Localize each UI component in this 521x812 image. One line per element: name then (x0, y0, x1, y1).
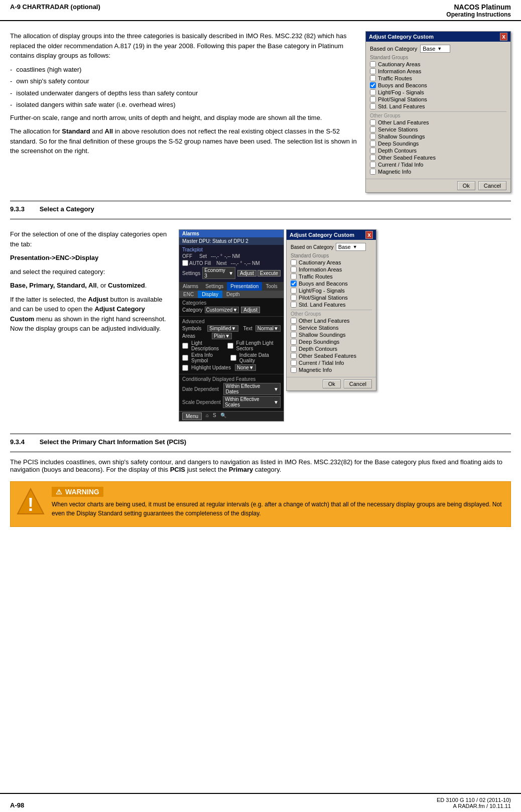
alarms-titlebar: Alarms (179, 230, 284, 237)
indicate-checkbox[interactable] (230, 355, 236, 361)
symbols-dropdown[interactable]: Simplified▼ (207, 325, 238, 332)
footer-right: ED 3100 G 110 / 02 (2011-10) A RADAR.fm … (437, 797, 511, 809)
item-checkbox[interactable] (291, 295, 297, 301)
dialog1-cancel-btn[interactable]: Cancel (478, 181, 506, 190)
menu-btn[interactable]: Menu (182, 413, 202, 420)
item-checkbox[interactable] (291, 325, 297, 331)
item-checkbox[interactable] (291, 346, 297, 352)
item-checkbox[interactable] (291, 266, 297, 273)
dialog1-other-groups-label: Other Groups (370, 111, 506, 118)
alarms-off-row: OFF Set ---,- ° -,-- NM (182, 253, 281, 259)
item-checkbox[interactable] (291, 259, 297, 265)
enc-tab-enc[interactable]: ENC (179, 291, 198, 298)
page-footer: A-98 ED 3100 G 110 / 02 (2011-10) A RADA… (0, 793, 521, 812)
dialog1-ok-btn[interactable]: Ok (457, 181, 475, 190)
checkbox-row: Service Stations (370, 126, 506, 132)
dialog2-cancel-btn[interactable]: Cancel (344, 379, 372, 388)
item-checkbox[interactable] (291, 360, 297, 366)
item-checkbox[interactable] (370, 89, 376, 95)
item-checkbox[interactable] (291, 332, 297, 338)
item-checkbox[interactable] (291, 318, 297, 324)
dialog2-based-on-dropdown[interactable]: Base ▼ (336, 243, 366, 251)
dialog2-ok-btn[interactable]: Ok (323, 379, 341, 388)
item-label: Cautionary Areas (378, 61, 420, 67)
item-checkbox[interactable] (291, 367, 297, 373)
full-length-checkbox[interactable] (227, 343, 233, 349)
item-checkbox[interactable] (370, 68, 376, 74)
autofill-checkbox[interactable] (182, 260, 188, 266)
item-checkbox[interactable] (370, 155, 376, 161)
enc-tab-display[interactable]: Display (198, 291, 222, 298)
cat-label: Categories (182, 300, 281, 306)
checkbox-row: Std. Land Features (291, 302, 372, 308)
item-checkbox[interactable] (370, 119, 376, 125)
item-label: Service Stations (299, 325, 338, 331)
date-dep-dropdown[interactable]: Within Effective Dates▼ (223, 383, 281, 395)
section-933-heading: 9.3.3 Select a Category (10, 201, 511, 213)
category-dropdown[interactable]: Customized ▼ (205, 307, 239, 313)
dialog1-close-btn[interactable]: x (500, 33, 507, 41)
dialog2-close-btn[interactable]: x (365, 231, 373, 239)
item-checkbox[interactable] (291, 274, 297, 280)
dialog2-footer: Ok Cancel (287, 377, 376, 390)
item-label: Pilot/Signal Stations (299, 295, 348, 301)
item-checkbox[interactable] (370, 141, 376, 147)
item-checkbox[interactable] (291, 281, 297, 287)
enc-tab-depth[interactable]: Depth (222, 291, 244, 298)
text-dropdown[interactable]: Normal▼ (255, 325, 281, 332)
adjust-btn[interactable]: Adjust (237, 270, 256, 277)
item-label: Traffic Routes (378, 75, 412, 81)
item-checkbox[interactable] (370, 162, 376, 168)
item-label: Std. Land Features (299, 302, 346, 308)
item-checkbox[interactable] (370, 82, 376, 88)
item-checkbox[interactable] (370, 126, 376, 132)
item-label: Light/Fog - Signals (378, 89, 424, 95)
intro-bullet-list: coastlines (high water) own ship's safet… (10, 65, 357, 110)
dialog1: Adjust Category Custom x Based on Catego… (365, 31, 511, 193)
item-checkbox[interactable] (370, 61, 376, 67)
checkbox-row: Service Stations (291, 325, 372, 331)
dropdown-arrow: ▼ (437, 46, 442, 51)
warning-title: ⚠ WARNING (52, 487, 103, 497)
extra-info-checkbox[interactable] (182, 355, 188, 361)
item-checkbox[interactable] (291, 302, 297, 308)
tab-alarms[interactable]: Alarms (179, 282, 202, 291)
dialog1-standard-groups-label: Standard Groups (370, 55, 506, 60)
text-label: Text (243, 326, 252, 331)
scale-dep-dropdown[interactable]: Within Effective Scales▼ (223, 396, 281, 408)
cat-adjust-btn[interactable]: Adjust (241, 307, 260, 313)
highlight-checkbox[interactable] (182, 365, 188, 371)
settings-row: Settings Economy 3 ▼ Adjust Execute (182, 267, 281, 279)
tab-settings[interactable]: Settings (202, 282, 227, 291)
areas-dropdown[interactable]: Plain▼ (212, 333, 232, 339)
item-checkbox[interactable] (291, 339, 297, 345)
checkbox-row: Depth Contours (370, 148, 506, 154)
execute-btn[interactable]: Execute (257, 270, 281, 277)
item-checkbox[interactable] (370, 75, 376, 81)
light-desc-checkbox[interactable] (182, 343, 188, 349)
dialog1-based-on-label: Based on Category (370, 46, 417, 52)
tab-presentation[interactable]: Presentation (227, 282, 262, 291)
checkbox-row: Std. Land Features (370, 103, 506, 109)
item-checkbox[interactable] (370, 148, 376, 154)
autofill-row: AUTO Fill Next ---,- ° -,-- NM (182, 260, 281, 266)
dialog1-based-on-dropdown[interactable]: Base ▼ (420, 45, 450, 53)
dialog2-title: Adjust Category Custom (290, 232, 354, 238)
val1: ---,- ° (211, 253, 222, 259)
item-checkbox[interactable] (370, 103, 376, 109)
text-value: Normal (257, 326, 274, 331)
item-checkbox[interactable] (370, 169, 376, 175)
none-dropdown[interactable]: None▼ (235, 364, 256, 371)
item-checkbox[interactable] (370, 133, 376, 140)
item-checkbox[interactable] (291, 288, 297, 294)
item-checkbox[interactable] (291, 353, 297, 359)
item-checkbox[interactable] (370, 96, 376, 102)
pcis-para1: The PCIS includes coastlines, own ship's… (10, 458, 511, 473)
933-para1: For the selection of one of the display … (10, 229, 171, 249)
footer-file: A RADAR.fm / 10.11.11 (437, 803, 511, 809)
dialog1-title: Adjust Category Custom (369, 34, 434, 40)
tab-tools[interactable]: Tools (262, 282, 281, 291)
economy-dropdown[interactable]: Economy 3 ▼ (202, 267, 235, 279)
item-label: Light/Fog - Signals (299, 288, 345, 294)
warning-triangle-icon: ! (16, 487, 46, 517)
